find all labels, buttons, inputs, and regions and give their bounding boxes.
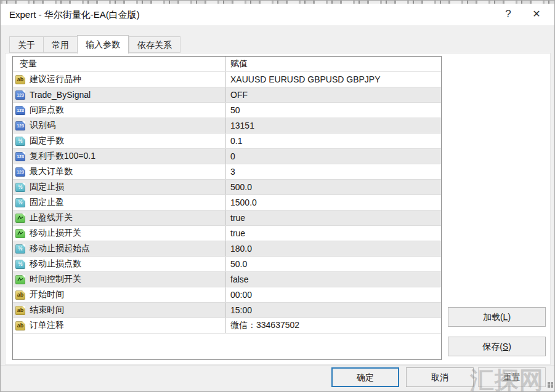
param-name-cell: ½移动止损点数 [13,257,226,271]
param-row[interactable]: ½移动止损起始点180.0 [13,241,441,257]
help-button[interactable]: ? [499,4,517,25]
param-name: 开始时间 [30,289,64,300]
param-name-cell: 止盈线开关 [13,210,226,225]
param-value[interactable]: XAUUSD EURUSD GBPUSD GBPJPY [226,72,441,87]
param-name: 移动止损点数 [30,258,81,270]
table-header: 变量 赋值 [13,57,441,72]
param-value[interactable]: 3 [226,164,441,179]
param-row[interactable]: ab开始时间00:00 [13,287,441,303]
param-row[interactable]: 123间距点数50 [13,103,441,118]
tab-inputs[interactable]: 输入参数 [77,35,129,54]
string-param-icon: ab [15,306,25,315]
double-param-icon: ½ [15,260,25,269]
param-name-cell: 移动止损开关 [13,226,226,241]
double-param-icon: ½ [15,198,25,207]
param-value[interactable]: OFF [226,87,441,102]
param-value[interactable]: 15:00 [226,303,441,318]
param-value[interactable]: 0.1 [226,134,441,148]
param-row[interactable]: 123识别码13151 [13,118,441,134]
param-value[interactable]: 13151 [226,118,441,133]
param-name-cell: 时间控制开关 [13,272,226,287]
param-row[interactable]: ab建议运行品种XAUUSD EURUSD GBPUSD GBPJPY [13,72,441,87]
save-button[interactable]: 保存(S) [448,337,546,356]
param-row[interactable]: 移动止损开关true [13,226,441,241]
integer-param-icon: 123 [15,106,25,115]
param-name-cell: ab开始时间 [13,287,226,302]
param-name: 最大订单数 [30,166,73,177]
cancel-button[interactable]: 取消 [406,367,474,387]
param-name-cell: ½固定止损 [13,180,226,194]
string-param-icon: ab [15,75,25,84]
param-name: 订单注释 [30,320,64,331]
param-value[interactable]: 500.0 [226,180,441,194]
param-row[interactable]: ab结束时间15:00 [13,303,441,318]
reset-button[interactable]: 重置 [478,367,546,387]
param-name-cell: 123间距点数 [13,103,226,118]
param-value[interactable]: 50 [226,103,441,118]
column-header-variable: 变量 [13,57,226,71]
tab-dependencies[interactable]: 依存关系 [129,36,180,53]
watermark-pixel-icon [548,382,550,385]
window-title: Expert - 华尔街量化-EA(白金版) [9,4,140,25]
param-row[interactable]: ½固定止盈1500.0 [13,195,441,210]
tab-bar: 关于常用输入参数依存关系 [9,36,180,53]
param-name-cell: 123最大订单数 [13,164,226,179]
param-name: 止盈线开关 [30,212,73,223]
string-param-icon: ab [15,321,25,330]
param-table-body: ab建议运行品种XAUUSD EURUSD GBPUSD GBPJPY123Tr… [13,72,441,334]
tab-common[interactable]: 常用 [43,36,77,53]
string-param-icon: ab [15,290,25,300]
param-name: 复利手数100=0.1 [30,151,95,162]
load-button[interactable]: 加载(L) [448,307,546,327]
param-value[interactable]: true [226,210,441,225]
param-value[interactable]: false [226,272,441,287]
ok-button[interactable]: 确定 [331,367,399,387]
param-name-cell: ab建议运行品种 [13,72,226,87]
param-row[interactable]: ½移动止损点数50.0 [13,257,441,272]
load-button-label-close: ) [508,312,511,322]
expert-properties-dialog: Expert - 华尔街量化-EA(白金版) ? ✕ 关于常用输入参数依存关系 … [0,0,555,392]
param-row[interactable]: 123Trade_BySignalOFF [13,87,441,103]
param-name: 固定止损 [30,182,64,193]
param-value[interactable]: 微信：334637502 [226,318,441,333]
param-name: 移动止损起始点 [30,243,90,254]
load-button-label: 加载( [483,312,503,322]
param-value[interactable]: 00:00 [226,287,441,302]
param-row[interactable]: ab订单注释微信：334637502 [13,318,441,334]
parameters-table: 变量 赋值 ab建议运行品种XAUUSD EURUSD GBPUSD GBPJP… [12,56,442,360]
param-row[interactable]: 时间控制开关false [13,272,441,287]
param-name-cell: 123Trade_BySignal [13,87,226,102]
param-name: 结束时间 [30,305,64,316]
param-row[interactable]: ½固定手数0.1 [13,134,441,149]
param-value[interactable]: 50.0 [226,257,441,271]
param-name: 间距点数 [30,105,64,116]
tab-about[interactable]: 关于 [9,36,43,53]
param-name: 移动止损开关 [30,228,81,239]
bool-param-icon [15,214,25,223]
param-value[interactable]: true [226,226,441,241]
param-name-cell: ½移动止损起始点 [13,241,226,256]
integer-param-icon: 123 [15,121,25,130]
param-name: Trade_BySignal [30,90,91,100]
param-name-cell: ½固定手数 [13,134,226,148]
double-param-icon: ½ [15,137,25,146]
param-value[interactable]: 0 [226,149,441,164]
param-name-cell: ab订单注释 [13,318,226,333]
param-row[interactable]: 123复利手数100=0.10 [13,149,441,164]
param-value[interactable]: 1500.0 [226,195,441,210]
param-name: 识别码 [30,120,55,131]
save-button-label: 保存( [482,342,503,351]
param-name-cell: ab结束时间 [13,303,226,318]
param-value[interactable]: 180.0 [226,241,441,256]
save-mnemonic: S [503,342,508,351]
close-button[interactable]: ✕ [527,4,546,25]
param-row[interactable]: 止盈线开关true [13,210,441,226]
bool-param-icon [15,229,25,238]
title-bar: Expert - 华尔街量化-EA(白金版) ? ✕ [1,4,555,25]
double-param-icon: ½ [15,183,25,192]
param-name: 时间控制开关 [30,274,81,285]
param-row[interactable]: 123最大订单数3 [13,164,441,180]
param-name-cell: 123复利手数100=0.1 [13,149,226,164]
param-row[interactable]: ½固定止损500.0 [13,180,441,195]
param-name: 建议运行品种 [30,74,81,85]
